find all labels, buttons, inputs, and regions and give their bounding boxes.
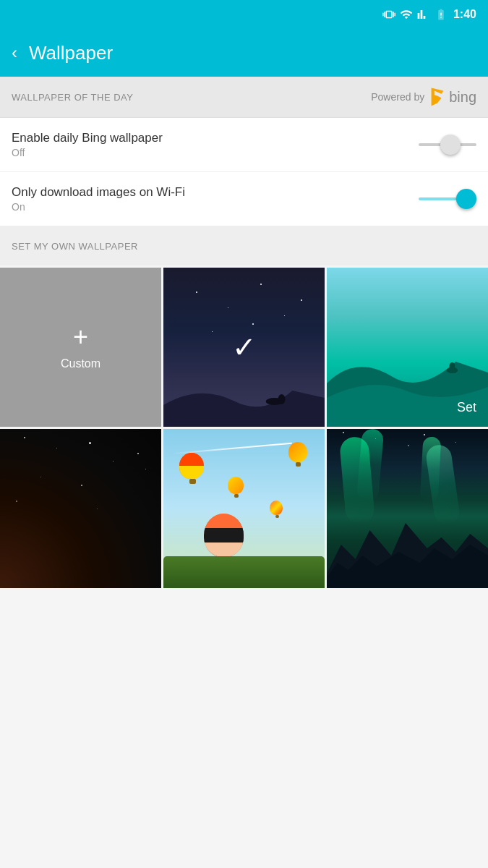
status-time: 1:40	[453, 8, 476, 21]
svg-marker-0	[432, 88, 444, 106]
svg-rect-5	[454, 367, 455, 373]
enable-daily-bing-text: Enable daily Bing wallpaper Off	[12, 131, 163, 158]
balloon-medium-left	[179, 453, 205, 483]
wallpaper-grid: + Custom ✓	[0, 268, 488, 588]
enable-daily-bing-status: Off	[12, 147, 163, 158]
settings-container: Enable daily Bing wallpaper Off Only dow…	[0, 118, 488, 226]
enable-daily-bing-title: Enable daily Bing wallpaper	[12, 131, 163, 145]
balloon-small-mid	[228, 477, 245, 497]
toggle-thumb	[440, 135, 461, 155]
balloon-small-right	[288, 442, 309, 466]
warm-glow	[0, 524, 97, 588]
own-wallpaper-label: SET MY OWN WALLPAPER	[12, 241, 138, 252]
back-button[interactable]: ‹	[12, 43, 17, 63]
status-bar: 1:40	[0, 0, 488, 29]
powered-by-container: Powered by bing	[371, 87, 476, 107]
selected-checkmark: ✓	[232, 331, 257, 364]
wifi-only-setting[interactable]: Only download images on Wi-Fi On	[0, 172, 488, 226]
bing-text: bing	[449, 89, 476, 106]
header: ‹ Wallpaper	[0, 29, 488, 77]
set-label: Set	[457, 400, 476, 415]
wallpaper-aurora[interactable]	[327, 429, 488, 588]
bing-logo: bing	[427, 87, 476, 107]
balloon-tiny	[270, 501, 284, 518]
vibrate-icon	[382, 8, 395, 21]
aurora-curtain-4	[420, 436, 442, 502]
wallpaper-teal-hills[interactable]: Set	[327, 268, 488, 427]
enable-daily-bing-setting[interactable]: Enable daily Bing wallpaper Off	[0, 118, 488, 172]
signal-icon	[417, 8, 429, 21]
powered-by-text: Powered by	[371, 91, 424, 103]
wifi-only-toggle[interactable]	[419, 188, 476, 210]
status-icons: 1:40	[382, 8, 476, 21]
aurora-mountains-svg	[327, 509, 488, 588]
svg-point-6	[449, 362, 455, 370]
custom-label: Custom	[61, 357, 100, 370]
wallpaper-of-the-day-header: WALLPAPER OF THE DAY Powered by bing	[0, 77, 488, 118]
wifi-icon	[400, 8, 413, 21]
wallpaper-starry[interactable]	[0, 429, 161, 588]
desert-dune-svg	[163, 369, 325, 427]
plus-icon: +	[73, 324, 88, 350]
wifi-only-title: Only download images on Wi-Fi	[12, 185, 185, 200]
enable-daily-bing-toggle[interactable]	[419, 134, 476, 156]
wallpaper-custom[interactable]: + Custom	[0, 268, 161, 427]
wifi-only-status: On	[12, 201, 185, 213]
wallpaper-night-desert[interactable]: ✓	[163, 268, 325, 427]
toggle-thumb-on	[456, 189, 476, 209]
trees	[163, 556, 325, 588]
bing-b-icon	[427, 87, 448, 107]
svg-point-2	[278, 394, 286, 404]
wifi-only-text: Only download images on Wi-Fi On	[12, 185, 185, 213]
wallpaper-of-the-day-label: WALLPAPER OF THE DAY	[12, 92, 133, 103]
wallpaper-balloons[interactable]	[163, 429, 325, 588]
battery-icon	[433, 8, 449, 21]
page-title: Wallpaper	[29, 42, 113, 64]
own-wallpaper-section: SET MY OWN WALLPAPER	[0, 226, 488, 265]
